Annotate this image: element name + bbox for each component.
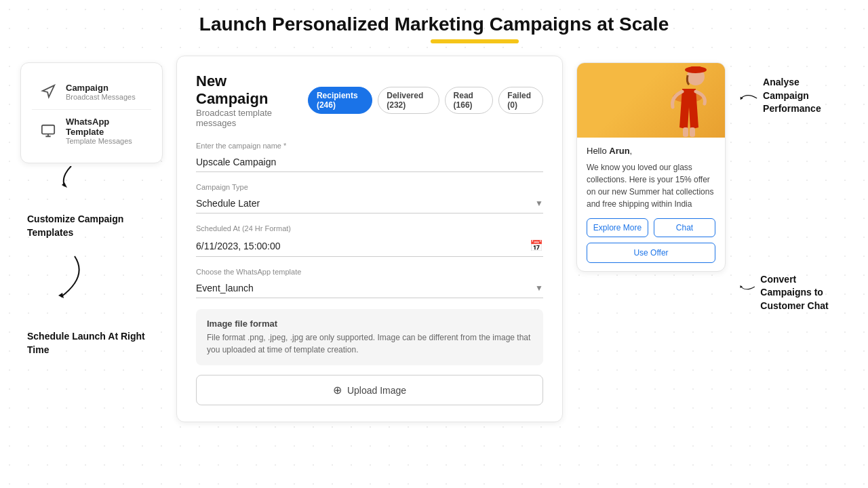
preview-image <box>577 63 725 138</box>
use-offer-button[interactable]: Use Offer <box>587 243 715 263</box>
badge-delivered: Delivered (232) <box>378 87 439 114</box>
convert-annotation: Convert Campaigns to Customer Chat <box>760 273 848 313</box>
sidebar-panel: Campaign Broadcast Messages WhatsApp Tem… <box>20 62 163 357</box>
campaign-item-text: Campaign Broadcast Messages <box>66 83 136 101</box>
upload-label: Upload Image <box>347 385 406 396</box>
title-underline <box>431 39 519 43</box>
preview-greeting: Hello Arun, <box>587 146 715 156</box>
badge-recipients: Recipients (246) <box>308 87 372 114</box>
preview-actions: Explore More Chat <box>587 218 715 237</box>
template-select[interactable]: Event_launch ▼ <box>196 279 543 298</box>
template-group: Choose the WhatsApp template Event_launc… <box>196 268 543 298</box>
form-panel: New Campaign Broadcast template messages… <box>176 56 563 422</box>
template-value: Event_launch <box>196 283 535 293</box>
analyse-arrow <box>739 85 759 112</box>
sidebar-item-campaign[interactable]: Campaign Broadcast Messages <box>32 74 151 109</box>
svg-marker-2 <box>58 293 64 298</box>
message-preview: Hello Arun, We know you loved our glass … <box>576 62 726 272</box>
campaign-icon <box>37 81 59 102</box>
scheduled-at-input-row: 📅 <box>196 235 543 257</box>
explore-more-button[interactable]: Explore More <box>587 218 648 237</box>
image-format-box: Image file format File format .png, .jpe… <box>196 309 543 365</box>
whatsapp-subtitle: Template Messages <box>66 137 146 145</box>
campaign-type-label: Campaign Type <box>196 183 543 191</box>
schedule-arrow <box>34 253 88 300</box>
svg-rect-7 <box>683 127 688 137</box>
woman-figure-icon <box>660 63 715 138</box>
whatsapp-item-text: WhatsApp Template Template Messages <box>66 117 146 145</box>
schedule-label: Schedule Launch At Right Time <box>27 330 163 357</box>
page-title: Launch Personalized Marketing Campaigns … <box>20 14 848 35</box>
svg-rect-0 <box>42 125 54 134</box>
campaign-title: New Campaign <box>196 73 294 108</box>
chevron-down-icon-2: ▼ <box>535 283 543 293</box>
sidebar-item-whatsapp[interactable]: WhatsApp Template Template Messages <box>32 109 151 152</box>
convert-arrow <box>739 273 756 300</box>
campaign-title: Campaign <box>66 83 136 93</box>
upload-icon: ⊕ <box>333 384 342 396</box>
badge-read: Read (166) <box>445 87 494 114</box>
campaign-type-group: Campaign Type Schedule Later ▼ <box>196 183 543 214</box>
template-label: Choose the WhatsApp template <box>196 268 543 276</box>
campaign-title-group: New Campaign Broadcast template messages <box>196 73 294 128</box>
customize-arrow <box>58 166 85 190</box>
svg-marker-1 <box>62 182 67 188</box>
scheduled-at-group: Scheduled At (24 Hr Format) 📅 <box>196 224 543 257</box>
svg-rect-6 <box>690 66 701 72</box>
chevron-down-icon: ▼ <box>535 199 543 208</box>
campaign-type-select[interactable]: Schedule Later ▼ <box>196 194 543 214</box>
campaign-name-label: Enter the campaign name * <box>196 142 543 150</box>
upload-image-button[interactable]: ⊕ Upload Image <box>196 375 543 405</box>
image-format-title: Image file format <box>207 319 532 329</box>
scheduled-at-input[interactable] <box>196 241 530 251</box>
stats-badges: Recipients (246) Delivered (232) Read (1… <box>308 87 543 114</box>
analyse-annotation: Analyse Campaign Performance <box>763 76 848 116</box>
chat-button[interactable]: Chat <box>654 218 715 237</box>
preview-name: Arun <box>609 146 629 156</box>
campaign-header: New Campaign Broadcast template messages… <box>196 73 543 128</box>
preview-body: We know you loved our glass collections.… <box>587 161 715 210</box>
campaign-subtitle: Broadcast template messages <box>196 108 294 128</box>
preview-content: Hello Arun, We know you loved our glass … <box>577 138 725 271</box>
image-format-desc: File format .png, .jpeg, .jpg are only s… <box>207 331 532 356</box>
preview-panel: Hello Arun, We know you loved our glass … <box>576 62 726 272</box>
whatsapp-title: WhatsApp Template <box>66 117 146 137</box>
scheduled-at-label: Scheduled At (24 Hr Format) <box>196 224 543 232</box>
whatsapp-icon <box>37 120 59 142</box>
campaign-subtitle: Broadcast Messages <box>66 93 136 101</box>
customize-label: Customize Campaign Templates <box>27 213 163 239</box>
campaign-name-group: Enter the campaign name * <box>196 142 543 172</box>
sidebar-card: Campaign Broadcast Messages WhatsApp Tem… <box>20 62 163 163</box>
right-annotation: Analyse Campaign Performance Convert Cam… <box>739 62 848 319</box>
campaign-name-input[interactable] <box>196 152 543 172</box>
badge-failed: Failed (0) <box>498 87 543 114</box>
calendar-icon[interactable]: 📅 <box>530 239 543 252</box>
svg-rect-8 <box>690 127 695 137</box>
campaign-type-value: Schedule Later <box>196 198 535 209</box>
